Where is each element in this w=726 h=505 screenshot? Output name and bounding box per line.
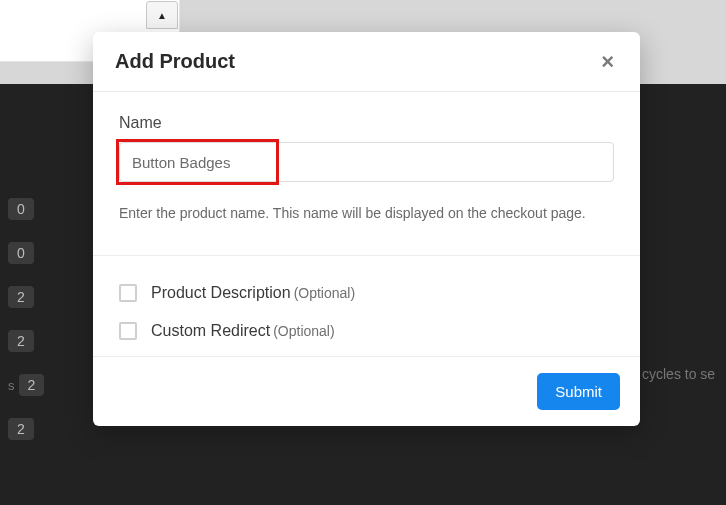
name-label: Name	[119, 114, 614, 132]
name-input[interactable]	[119, 142, 614, 182]
add-product-modal: Add Product × Name Enter the product nam…	[93, 32, 640, 426]
name-input-wrap	[119, 142, 614, 182]
custom-redirect-checkbox[interactable]	[119, 322, 137, 340]
modal-footer: Submit	[93, 356, 640, 426]
product-description-label: Product Description(Optional)	[151, 284, 355, 302]
modal-title: Add Product	[115, 50, 235, 73]
options-section: Product Description(Optional) Custom Red…	[93, 256, 640, 356]
name-help-text: Enter the product name. This name will b…	[119, 200, 614, 227]
modal-body: Name Enter the product name. This name w…	[93, 92, 640, 237]
custom-redirect-label: Custom Redirect(Optional)	[151, 322, 335, 340]
product-description-row: Product Description(Optional)	[119, 274, 614, 312]
submit-button[interactable]: Submit	[537, 373, 620, 410]
modal-header: Add Product ×	[93, 32, 640, 92]
product-description-checkbox[interactable]	[119, 284, 137, 302]
close-button[interactable]: ×	[597, 51, 618, 73]
close-icon: ×	[601, 49, 614, 74]
custom-redirect-row: Custom Redirect(Optional)	[119, 312, 614, 350]
